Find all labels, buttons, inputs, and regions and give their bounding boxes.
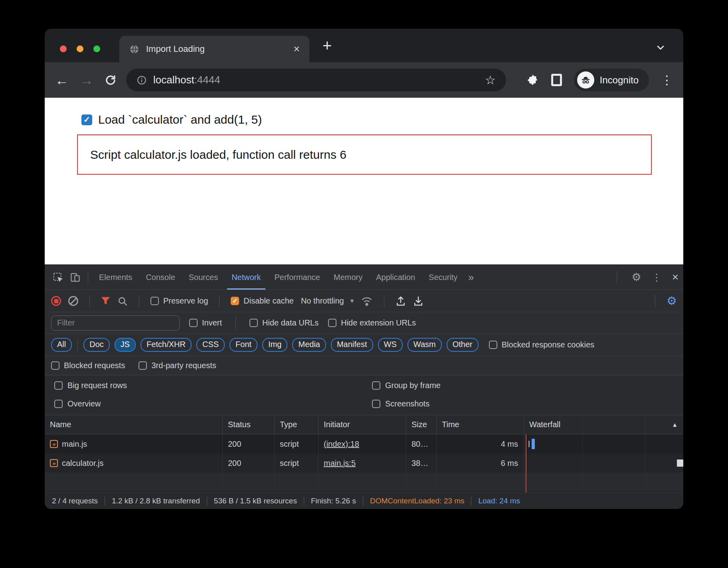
third-party-requests-label: 3rd-party requests [151, 361, 216, 370]
more-tabs-icon[interactable]: » [468, 272, 474, 283]
tab-search-chevron-icon[interactable] [655, 42, 666, 53]
blocked-response-cookies-label: Blocked response cookies [502, 340, 594, 349]
resource-type-chips: All Doc JS Fetch/XHR CSS Font Img Media … [45, 334, 683, 356]
request-filter-checkboxes: Blocked requests 3rd-party requests [45, 356, 683, 375]
col-initiator[interactable]: Initiator [318, 415, 406, 434]
invert-checkbox[interactable] [189, 319, 198, 327]
load-calculator-checkbox[interactable] [81, 114, 92, 125]
zoom-window-button[interactable] [93, 45, 100, 52]
url-text: localhost:4444 [153, 74, 220, 86]
network-settings-gear-icon[interactable]: ⚙ [667, 295, 677, 307]
side-panel-icon[interactable] [551, 74, 562, 86]
new-tab-button[interactable]: + [322, 37, 332, 55]
filter-chip-fetch-xhr[interactable]: Fetch/XHR [140, 338, 192, 352]
tab-memory[interactable]: Memory [327, 265, 369, 290]
tab-security[interactable]: Security [422, 265, 464, 290]
disable-cache-checkbox[interactable] [231, 297, 239, 305]
filter-chip-manifest[interactable]: Manifest [331, 338, 373, 352]
tab-console[interactable]: Console [139, 265, 182, 290]
initiator-link[interactable]: (index):18 [324, 440, 359, 449]
site-info-icon[interactable] [136, 75, 147, 85]
col-size[interactable]: Size [406, 415, 436, 434]
disable-cache-label: Disable cache [243, 296, 294, 306]
browser-menu-icon[interactable]: ⋮ [661, 73, 673, 87]
incognito-label: Incognito [600, 75, 639, 86]
forward-button[interactable]: → [80, 73, 93, 87]
minimize-window-button[interactable] [77, 45, 83, 52]
col-name[interactable]: Name [45, 415, 222, 434]
blocked-response-cookies-checkbox[interactable] [489, 341, 497, 349]
filter-chip-img[interactable]: Img [262, 338, 287, 352]
preserve-log-checkbox[interactable] [150, 297, 159, 305]
table-row-calculator-js[interactable]: calculator.js 200 script main.js:5 38… 6… [45, 454, 683, 473]
export-har-icon[interactable] [413, 296, 423, 307]
request-name: main.js [62, 440, 87, 449]
network-toolbar: Preserve log Disable cache No throttling… [45, 290, 683, 312]
search-icon[interactable] [117, 296, 128, 306]
tab-sources[interactable]: Sources [182, 265, 225, 290]
hide-data-urls-checkbox[interactable] [249, 319, 258, 327]
close-tab-icon[interactable]: × [293, 44, 300, 55]
initiator-link[interactable]: main.js:5 [324, 459, 356, 468]
devtools-menu-icon[interactable]: ⋮ [652, 272, 662, 283]
import-har-icon[interactable] [396, 296, 406, 307]
third-party-requests-checkbox[interactable] [138, 361, 147, 370]
tab-network[interactable]: Network [225, 265, 267, 290]
col-time[interactable]: Time [436, 415, 524, 434]
overview-label: Overview [67, 399, 101, 408]
throttling-select[interactable]: No throttling ▾ [301, 296, 354, 306]
filter-chip-css[interactable]: CSS [196, 338, 225, 352]
network-filter-row: Invert Hide data URLs Hide extension URL… [45, 312, 683, 334]
filter-chip-all[interactable]: All [51, 338, 72, 352]
chevron-down-icon: ▾ [350, 297, 354, 305]
throttling-value: No throttling [301, 296, 344, 306]
filter-chip-ws[interactable]: WS [378, 338, 403, 352]
tab-elements[interactable]: Elements [92, 265, 139, 290]
filter-chip-font[interactable]: Font [229, 338, 257, 352]
blocked-requests-checkbox[interactable] [51, 361, 59, 370]
col-type[interactable]: Type [274, 415, 318, 434]
filter-chip-other[interactable]: Other [447, 338, 479, 352]
waterfall-gridline [582, 415, 583, 493]
col-status[interactable]: Status [222, 415, 274, 434]
screenshots-checkbox[interactable] [372, 400, 380, 408]
hide-extension-urls-checkbox[interactable] [328, 319, 336, 327]
filter-input[interactable] [51, 316, 180, 331]
request-status: 200 [222, 434, 274, 454]
record-network-log-button[interactable] [51, 296, 61, 306]
big-request-rows-checkbox[interactable] [54, 381, 63, 390]
table-row-main-js[interactable]: main.js 200 script (index):18 80… 4 ms [45, 434, 683, 454]
request-size: 80… [406, 434, 436, 454]
address-bar[interactable]: localhost:4444 ☆ [126, 69, 506, 91]
filter-chip-js[interactable]: JS [115, 338, 136, 352]
browser-tab[interactable]: Import Loading × [119, 36, 309, 62]
network-status-bar: 2 / 4 requests 1.2 kB / 2.8 kB transferr… [45, 493, 683, 509]
incognito-icon [577, 71, 594, 89]
network-conditions-icon[interactable] [361, 296, 373, 307]
devtools-tab-bar: Elements Console Sources Network Perform… [45, 265, 683, 290]
extensions-puzzle-icon[interactable] [527, 74, 539, 86]
filter-funnel-icon[interactable] [101, 297, 110, 305]
group-by-frame-checkbox[interactable] [372, 381, 380, 390]
bookmark-star-icon[interactable]: ☆ [485, 73, 496, 87]
transferred-size: 1.2 kB / 2.8 kB transferred [112, 497, 200, 505]
browser-toolbar: ← → localhost:4444 ☆ Incognito ⋮ [45, 62, 683, 98]
filter-chip-media[interactable]: Media [292, 338, 326, 352]
filter-chip-doc[interactable]: Doc [83, 338, 110, 352]
device-toolbar-icon[interactable] [70, 272, 81, 283]
filter-chip-wasm[interactable]: Wasm [408, 338, 442, 352]
clear-network-log-button[interactable] [68, 296, 78, 306]
close-window-button[interactable] [60, 45, 67, 52]
reload-button[interactable] [105, 74, 117, 86]
back-button[interactable]: ← [55, 73, 69, 87]
tab-application[interactable]: Application [369, 265, 422, 290]
requests-count: 2 / 4 requests [52, 497, 98, 505]
tab-performance[interactable]: Performance [268, 265, 327, 290]
overview-checkbox[interactable] [54, 400, 63, 408]
devtools-close-icon[interactable]: × [672, 272, 679, 283]
waterfall-bar-main-js [532, 439, 535, 449]
col-waterfall[interactable]: Waterfall ▲ [524, 415, 683, 434]
waterfall-bar-calculator-js [677, 460, 683, 467]
inspect-element-icon[interactable] [53, 272, 63, 283]
devtools-settings-gear-icon[interactable]: ⚙ [631, 272, 641, 283]
